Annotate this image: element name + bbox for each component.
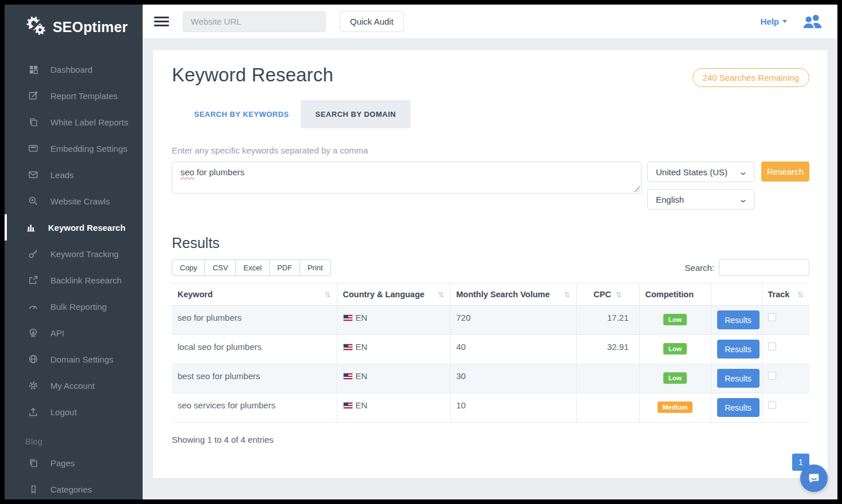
chevron-down-icon bbox=[782, 20, 787, 23]
action-cell: Results bbox=[711, 306, 762, 335]
csv-button[interactable]: CSV bbox=[204, 259, 236, 276]
sidebar-item-label: Backlink Research bbox=[50, 275, 121, 285]
sidebar-item-my-account[interactable]: My Account bbox=[5, 372, 143, 399]
column-header-keyword[interactable]: Keyword⇅ bbox=[172, 284, 337, 306]
resize-handle[interactable] bbox=[634, 186, 640, 192]
table-search-input[interactable] bbox=[719, 259, 809, 276]
sidebar-item-label: Website Crawls bbox=[50, 196, 110, 206]
brand[interactable]: SEOptimer bbox=[5, 5, 143, 47]
track-cell bbox=[762, 364, 809, 393]
sidebar-item-dashboard[interactable]: Dashboard bbox=[5, 56, 143, 82]
column-header-volume[interactable]: Monthly Search Volume⇅ bbox=[450, 284, 576, 306]
country-cell: EN bbox=[337, 364, 450, 393]
sidebar-item-embedding-settings[interactable]: Embedding Settings bbox=[5, 135, 143, 162]
sort-icon: ⇅ bbox=[325, 290, 331, 299]
sidebar-item-keyword-tracking[interactable]: Keyword Tracking bbox=[5, 241, 143, 267]
table-row: best seo for plumbers EN 30 Low Results bbox=[172, 364, 809, 393]
volume-cell: 720 bbox=[450, 306, 576, 335]
language-select-value: English bbox=[656, 195, 684, 204]
help-menu[interactable]: Help bbox=[760, 17, 787, 26]
main-area: Quick Audit Help bbox=[143, 5, 837, 499]
table-row: seo services for plumbers EN 10 Medium R… bbox=[172, 393, 809, 423]
column-header-cpc[interactable]: CPC⇅ bbox=[576, 284, 639, 306]
sidebar-item-label: Leads bbox=[50, 170, 74, 180]
sidebar-item-logout[interactable]: Logout bbox=[5, 399, 143, 425]
research-button[interactable]: Research bbox=[761, 162, 809, 182]
sidebar-item-label: Keyword Research bbox=[48, 223, 125, 233]
us-flag-icon bbox=[343, 373, 353, 380]
results-button[interactable]: Results bbox=[717, 369, 760, 388]
window-frame: SEOptimer Dashboard Report Templates Whi… bbox=[0, 0, 842, 504]
sidebar-item-label: Pages bbox=[50, 458, 75, 468]
track-checkbox[interactable] bbox=[768, 342, 776, 351]
sidebar-item-label: Domain Settings bbox=[50, 355, 113, 364]
column-header-country-language[interactable]: Country & Language⇅ bbox=[337, 284, 450, 306]
sidebar-item-leads[interactable]: Leads bbox=[5, 162, 143, 188]
sidebar-item-report-templates[interactable]: Report Templates bbox=[5, 82, 143, 109]
sidebar-item-backlink-research[interactable]: Backlink Research bbox=[5, 267, 143, 293]
quick-audit-button[interactable]: Quick Audit bbox=[340, 11, 404, 32]
table-row: seo for plumbers EN 720 17.21 Low Result… bbox=[172, 306, 809, 335]
volume-cell: 40 bbox=[450, 335, 576, 364]
sidebar-item-pages[interactable]: Pages bbox=[5, 450, 143, 476]
sidebar-item-label: Bulk Reporting bbox=[50, 302, 107, 312]
action-cell: Results bbox=[711, 364, 762, 393]
track-checkbox[interactable] bbox=[768, 401, 776, 409]
website-url-input[interactable] bbox=[183, 11, 326, 32]
chat-widget-button[interactable] bbox=[800, 464, 828, 492]
sidebar-item-domain-settings[interactable]: Domain Settings bbox=[5, 346, 143, 372]
track-cell bbox=[762, 306, 809, 335]
excel-button[interactable]: Excel bbox=[235, 259, 270, 276]
tab-search-by-keywords[interactable]: SEARCH BY KEYWORDS bbox=[172, 100, 301, 128]
mail-icon bbox=[27, 169, 39, 180]
users-icon[interactable] bbox=[802, 13, 823, 30]
action-cell: Results bbox=[711, 335, 762, 364]
chevron-down-icon: ⌄ bbox=[738, 197, 749, 202]
sidebar-item-website-crawls[interactable]: Website Crawls bbox=[5, 188, 143, 214]
sidebar-item-categories[interactable]: Categories bbox=[5, 476, 143, 499]
topbar: Quick Audit Help bbox=[143, 5, 837, 39]
results-table: Keyword⇅ Country & Language⇅ Monthly Sea… bbox=[172, 283, 809, 423]
sidebar-item-label: My Account bbox=[50, 381, 95, 391]
track-checkbox[interactable] bbox=[768, 313, 776, 321]
gear-icon bbox=[27, 380, 39, 391]
country-cell: EN bbox=[337, 335, 450, 364]
sort-icon: ⇅ bbox=[797, 290, 804, 299]
keywords-textarea[interactable]: seo for plumbers bbox=[172, 162, 642, 194]
sidebar-item-keyword-research[interactable]: Keyword Research bbox=[5, 214, 143, 241]
country-cell: EN bbox=[337, 306, 450, 335]
column-header-track[interactable]: Track⇅ bbox=[762, 284, 809, 306]
results-button[interactable]: Results bbox=[717, 340, 760, 359]
pdf-button[interactable]: PDF bbox=[269, 259, 300, 276]
sidebar-item-label: API bbox=[50, 328, 64, 338]
edit-icon bbox=[27, 90, 39, 101]
track-cell bbox=[762, 393, 809, 423]
sidebar-blog-nav: Pages Categories bbox=[5, 450, 143, 499]
country-select[interactable]: United States (US) ⌄ bbox=[647, 162, 754, 182]
copy-pages-icon bbox=[27, 116, 39, 128]
search-plus-icon bbox=[27, 195, 39, 207]
results-button[interactable]: Results bbox=[717, 310, 760, 329]
track-checkbox[interactable] bbox=[768, 372, 776, 380]
country-select-value: United States (US) bbox=[656, 167, 727, 177]
copy-button[interactable]: Copy bbox=[172, 259, 205, 276]
language-select[interactable]: English ⌄ bbox=[647, 189, 754, 210]
sidebar-item-api[interactable]: API bbox=[5, 320, 143, 346]
column-header-competition[interactable]: Competition bbox=[639, 284, 711, 306]
hamburger-menu-icon[interactable] bbox=[154, 17, 169, 26]
cpc-cell bbox=[576, 393, 639, 423]
sidebar-item-white-label-reports[interactable]: White Label Reports bbox=[5, 109, 143, 135]
cloud-download-icon bbox=[27, 327, 39, 338]
print-button[interactable]: Print bbox=[300, 259, 331, 276]
keyword-text-misspelled: seo bbox=[180, 167, 194, 177]
cpc-cell: 17.21 bbox=[576, 306, 639, 335]
bar-chart-icon bbox=[25, 222, 37, 233]
results-button[interactable]: Results bbox=[717, 398, 760, 417]
sidebar-item-bulk-reporting[interactable]: Bulk Reporting bbox=[5, 293, 143, 320]
us-flag-icon bbox=[343, 402, 353, 409]
embed-card-icon bbox=[27, 143, 39, 154]
tab-search-by-domain[interactable]: SEARCH BY DOMAIN bbox=[301, 100, 411, 128]
export-button-group: Copy CSV Excel PDF Print bbox=[172, 259, 331, 276]
key-icon bbox=[27, 248, 39, 259]
competition-cell: Low bbox=[639, 306, 711, 335]
